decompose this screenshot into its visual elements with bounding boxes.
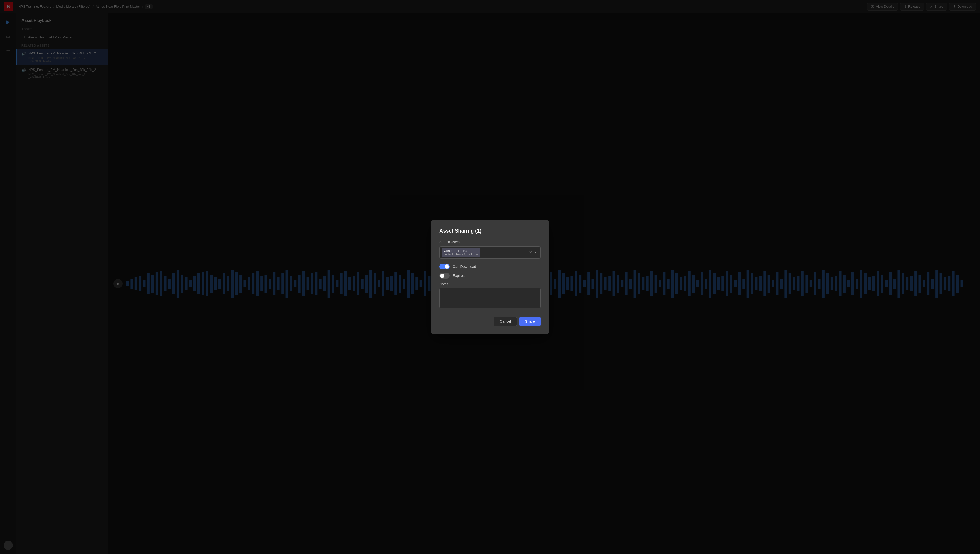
user-tag-name: Content Hub Karl	[444, 249, 478, 253]
user-tag: Content Hub Karl contenthubkarl@gmail.co…	[442, 248, 480, 257]
user-tag-email: contenthubkarl@gmail.com	[444, 253, 478, 256]
share-submit-button[interactable]: Share	[519, 317, 541, 326]
clear-search-button[interactable]: ✕	[528, 250, 533, 255]
can-download-toggle[interactable]	[439, 264, 450, 269]
search-dropdown-button[interactable]: ▼	[533, 251, 538, 254]
can-download-label: Can Download	[453, 264, 476, 269]
search-input[interactable]	[482, 250, 528, 254]
modal-title: Asset Sharing (1)	[439, 228, 541, 234]
cancel-button[interactable]: Cancel	[494, 317, 517, 326]
expires-toggle-row: Expires	[439, 273, 541, 279]
modal-overlay: Asset Sharing (1) Search Users Content H…	[0, 0, 980, 554]
search-users-label: Search Users	[439, 240, 541, 244]
can-download-toggle-row: Can Download	[439, 264, 541, 269]
expires-toggle[interactable]	[439, 273, 450, 279]
asset-sharing-modal: Asset Sharing (1) Search Users Content H…	[431, 220, 549, 334]
search-users-field[interactable]: Content Hub Karl contenthubkarl@gmail.co…	[439, 246, 541, 259]
notes-textarea[interactable]	[439, 288, 541, 309]
expires-label: Expires	[453, 274, 465, 278]
modal-footer: Cancel Share	[439, 317, 541, 326]
notes-label: Notes	[439, 282, 541, 286]
